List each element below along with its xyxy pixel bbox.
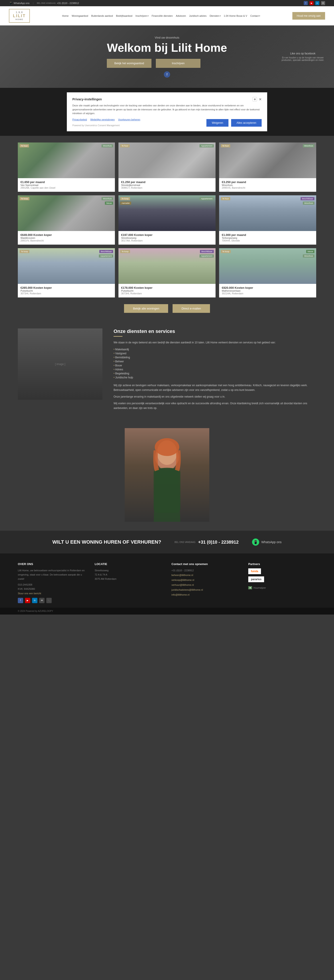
footer-email-verhuur[interactable]: verhuur@lilithome.nl <box>171 584 194 586</box>
footer-email-info[interactable]: info@lilithome.nl <box>171 593 190 596</box>
property-price-2: €1.250 per maand <box>121 180 213 184</box>
property-card-3[interactable]: Te huur Woonhuis €3.250 per maand Woonhu… <box>219 143 316 192</box>
property-badge-4: Te koop <box>20 197 29 200</box>
property-price-5: €197.000 Kosten koper <box>121 233 213 237</box>
footer: OVER ONS Lilit Home, uw betrouwbare verh… <box>0 554 334 608</box>
logo[interactable]: 1.9.0 LILIT HOME <box>9 9 30 23</box>
nav-bedrijfsaanbod[interactable]: Bedrijfsaanbod <box>116 14 132 17</box>
privacy-close-button[interactable]: ✕ <box>259 97 262 102</box>
nav-inschrijven-label: Inschrijven <box>135 14 147 17</box>
property-card-8[interactable]: Te koop Beschikbaar Appartement €178.000… <box>119 248 215 298</box>
footer-facebook-icon[interactable]: f <box>18 598 23 603</box>
services-desc3: Wij voelen ons persoonlijk verantwoordel… <box>114 401 316 410</box>
footer-email-verkoop[interactable]: verkoop@lilithome.nl <box>171 579 194 581</box>
property-card-6[interactable]: Te huur Beschikbaar Woonhuis €1.000 per … <box>219 195 316 245</box>
privacy-settings-icon[interactable]: ⚙ <box>253 97 257 102</box>
hero-btn-inschrijven[interactable]: Inschrijven <box>156 59 200 68</box>
facebook-icon[interactable]: f <box>304 1 308 5</box>
hero-btn-woningaanbod[interactable]: Bekijk het woningaanbod <box>107 59 151 68</box>
pararius-logo[interactable]: pararius <box>248 576 264 582</box>
phone-top[interactable]: BEL ONS VANDAAG +31 (0)10 - 2238912 <box>37 2 79 5</box>
dropdown-arrow2: ▾ <box>220 15 221 17</box>
services-list: Makelaardij Vastgoed Bemiddeling Beheer … <box>114 347 316 380</box>
property-badge-3: Te huur <box>221 144 230 147</box>
property-address-7: Putsebucht <box>21 290 112 292</box>
nav-financial[interactable]: Financiële diensten <box>152 14 173 17</box>
property-badge-7: Te koop <box>20 250 29 253</box>
property-image-4: Te koop Woonhuis Nieuw <box>18 195 115 231</box>
property-card-5[interactable]: Te koop Appartement Aanrader €197.000 Ko… <box>119 195 215 245</box>
property-badge-6: Te huur <box>221 197 230 200</box>
facebook-cta-label: Like ons op facebook <box>280 52 325 55</box>
privacy-link-legal[interactable]: Wettelijke vereistingen <box>90 118 115 121</box>
youtube-icon[interactable]: ▶ <box>310 1 313 5</box>
property-card-1[interactable]: Te huur Woonhuis €1.650 per maand Van Sp… <box>18 143 115 192</box>
property-card-4[interactable]: Te koop Woonhuis Nieuw €649.000 Kosten k… <box>18 195 115 245</box>
property-type-badge-7: Appartement <box>99 255 113 258</box>
reject-button[interactable]: Weigeren <box>206 119 228 127</box>
property-card-7[interactable]: Te koop Beschikbaar Appartement €265.000… <box>18 248 115 298</box>
linkedin-icon[interactable]: in <box>315 1 319 5</box>
top-bar-left: 📱 WhatsApp ons | BEL ONS VANDAAG +31 (0)… <box>9 2 79 5</box>
services-desc2: Onze jarenlange ervaring in makelaardij … <box>114 395 316 399</box>
nav-advice[interactable]: Adviezen <box>176 14 186 17</box>
property-image-2: Te huur Appartement <box>119 143 215 178</box>
phone-number: +31 (0)10 - 2238912 <box>57 2 79 5</box>
logo-sub: HOME <box>16 18 24 21</box>
cta-whatsapp[interactable]: 📱 WhatsApp ons <box>252 538 282 546</box>
footer-email-beheer[interactable]: beheer@lilithome.nl <box>171 574 193 576</box>
privacy-link-policy[interactable]: Privacybeleid <box>72 118 87 121</box>
properties-section: Te huur Woonhuis €1.650 per maand Van Sp… <box>0 136 334 320</box>
privacy-link-preferences[interactable]: Voorkeuren beheren <box>118 118 140 121</box>
funda-logo[interactable]: funda <box>248 568 261 574</box>
service-item-bouw: Bouw <box>114 363 316 368</box>
property-city-6: 706444, Silvolde <box>222 239 313 242</box>
contact-button[interactable]: Houd me omzig aan <box>292 12 325 20</box>
hero-facebook-icon[interactable]: f <box>164 72 170 78</box>
accept-button[interactable]: Alles accepteren <box>231 119 262 127</box>
footer-phone: 010-2441008 <box>18 583 86 587</box>
nav-home[interactable]: Home <box>62 14 68 17</box>
svg-point-4 <box>155 438 179 456</box>
nav-woningaanbod[interactable]: Woningaanbod <box>72 14 88 17</box>
cta-title: WILT U EEN WONING HUREN OF VERHUREN? <box>52 539 161 545</box>
all-properties-button[interactable]: Bekijk alle woningen <box>124 304 168 313</box>
nav-legal[interactable]: Juridisch advies <box>189 14 206 17</box>
property-beschikbaar-badge-7: Beschikbaar <box>99 250 113 253</box>
services-image-placeholder: [ image ] <box>55 363 65 366</box>
direct-email-button[interactable]: Direct e-mailen <box>173 304 210 313</box>
nav-buitenlands[interactable]: Buitenlands aanbod <box>91 14 113 17</box>
property-city-5: 3017AA, Rotterdam <box>121 239 213 242</box>
property-address-2: Streekdjkenstraat <box>121 184 213 186</box>
nav-1o4home[interactable]: 1.04 Home Bouw & V <box>224 14 247 17</box>
property-card-9[interactable]: Te koop Nieuw Woonhuis €820.000 Kosten k… <box>219 248 316 298</box>
cta-phone[interactable]: BEL ONS VANDAAG +31 (0)10 - 2238912 <box>174 539 239 545</box>
footer-phone-icon[interactable]: 📞 <box>46 598 52 603</box>
nav-diensten[interactable]: Diensten ▾ <box>209 14 220 17</box>
top-bar: 📱 WhatsApp ons | BEL ONS VANDAAG +31 (0)… <box>0 0 334 6</box>
property-info-9: €820.000 Kosten koper Mathenesserlaan 30… <box>219 284 316 298</box>
property-nieuw-badge-9: Nieuw <box>306 250 314 253</box>
mail-icon[interactable]: ✉ <box>321 1 325 5</box>
footer-over-ons-title: OVER ONS <box>18 562 86 566</box>
nav-contact[interactable]: Contact ▾ <box>250 14 260 17</box>
property-info-3: €3.250 per maand Woonhuis 2995VS, Barend… <box>219 178 316 192</box>
hero-section: Vind uw droomhuis Welkom bij Lilit Home … <box>0 25 334 88</box>
hero-content: Vind uw droomhuis Welkom bij Lilit Home … <box>107 36 227 78</box>
property-price-6: €1.000 per maand <box>222 233 313 237</box>
property-city-3: 2995VS, Barendrecht <box>222 186 313 189</box>
phone-label: BEL ONS VANDAAG <box>37 2 55 4</box>
property-image-5: Te koop Appartement Aanrader <box>119 195 215 231</box>
footer-more-link[interactable]: Stuur ons een bericht <box>18 592 41 595</box>
service-item-begeleiding: Begeleiding <box>114 371 316 375</box>
property-info-7: €265.000 Kosten koper Putsebucht 3073HI,… <box>18 284 115 298</box>
whatsapp-top[interactable]: 📱 WhatsApp ons <box>9 2 30 5</box>
footer-linkedin-icon[interactable]: in <box>32 598 37 603</box>
footer-mail-icon[interactable]: ✉ <box>39 598 44 603</box>
footer-email-juridisch[interactable]: juridischadviees@lilithome.nl <box>171 589 203 591</box>
privacy-actions: Weigeren Alles accepteren <box>206 119 262 127</box>
property-price-4: €649.000 Kosten koper <box>21 233 112 237</box>
property-card-2[interactable]: Te huur Appartement €1.250 per maand Str… <box>119 143 215 192</box>
footer-youtube-icon[interactable]: ▶ <box>25 598 30 603</box>
nav-inschrijven[interactable]: Inschrijven ▾ <box>135 14 149 17</box>
